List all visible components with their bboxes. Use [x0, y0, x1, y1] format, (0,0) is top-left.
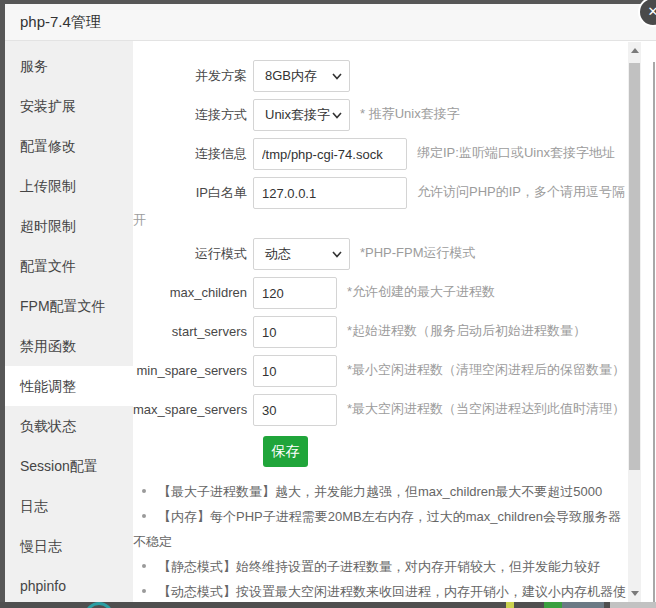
background-fragment — [610, 602, 656, 608]
field-label-ip-whitelist: IP白名单 — [133, 182, 247, 204]
dialog-titlebar: php-7.4管理 — [5, 4, 656, 41]
dialog-scrollbar[interactable] — [628, 42, 641, 602]
background-fragment — [562, 602, 604, 608]
form-row-connection-info: 连接信息绑定IP:监听端口或Uinx套接字地址 — [133, 138, 628, 170]
save-button[interactable]: 保存 — [263, 436, 308, 467]
help-notes: 【最大子进程数量】越大，并发能力越强，但max_children最大不要超过50… — [133, 479, 628, 602]
selected-value: 动态 — [265, 239, 291, 269]
sidebar-item-session-config[interactable]: Session配置 — [5, 446, 133, 486]
connection-type-select[interactable]: Unix套接字 — [253, 99, 350, 131]
php-manage-dialog: php-7.4管理 ✕ 服务安装扩展配置修改上传限制超时限制配置文件FPM配置文… — [5, 4, 656, 602]
scrollbar-thumb[interactable] — [629, 63, 640, 470]
field-hint-max_children: *允许创建的最大子进程数 — [347, 284, 495, 299]
field-hint-run-mode: *PHP-FPM运行模式 — [360, 245, 476, 260]
page-behind-bottom-edge — [0, 602, 656, 608]
page-behind-top-edge — [0, 0, 656, 4]
form-row-ip-whitelist: IP白名单允许访问PHP的IP，多个请用逗号隔开 — [133, 177, 628, 231]
sidebar-item-slow-log[interactable]: 慢日志 — [5, 526, 133, 566]
bullet-icon — [142, 564, 146, 568]
help-note: 【最大子进程数量】越大，并发能力越强，但max_children最大不要超过50… — [133, 479, 628, 504]
field-hint-max_spare_servers: *最大空闲进程数（当空闲进程达到此值时清理） — [347, 401, 625, 416]
run-mode-select[interactable]: 动态 — [253, 238, 350, 270]
field-label-connection-type: 连接方式 — [133, 104, 247, 126]
selected-value: Unix套接字 — [265, 100, 330, 130]
field-label-max_children: max_children — [133, 282, 247, 304]
help-note: 【静态模式】始终维持设置的子进程数量，对内存开销较大，但并发能力较好 — [133, 554, 628, 579]
help-note: 【内存】每个PHP子进程需要20MB左右内存，过大的max_children会导… — [133, 504, 628, 554]
sidebar-item-config-file[interactable]: 配置文件 — [5, 246, 133, 286]
sidebar-item-disabled-functions[interactable]: 禁用函数 — [5, 326, 133, 366]
ip-whitelist-input[interactable] — [253, 177, 407, 209]
sidebar-item-timeout-limit[interactable]: 超时限制 — [5, 206, 133, 246]
bullet-icon — [142, 514, 146, 518]
dialog-title: php-7.4管理 — [20, 13, 101, 30]
scrollbar-down-arrow-icon[interactable] — [628, 585, 641, 602]
field-label-concurrency-plan: 并发方案 — [133, 65, 247, 87]
form-row-start_servers: start_servers*起始进程数（服务启动后初始进程数量） — [133, 316, 628, 348]
field-label-min_spare_servers: min_spare_servers — [133, 360, 247, 382]
form-row-max_children: max_children*允许创建的最大子进程数 — [133, 277, 628, 309]
window-edge-line — [653, 62, 655, 602]
sidebar-item-upload-limit[interactable]: 上传限制 — [5, 166, 133, 206]
form-row-run-mode: 运行模式动态*PHP-FPM运行模式 — [133, 238, 628, 270]
field-hint-min_spare_servers: *最小空闲进程数（清理空闲进程后的保留数量） — [347, 362, 625, 377]
start_servers-input[interactable] — [253, 316, 337, 348]
field-label-connection-info: 连接信息 — [133, 143, 247, 165]
selected-value: 8GB内存 — [265, 61, 317, 91]
form-row-min_spare_servers: min_spare_servers*最小空闲进程数（清理空闲进程后的保留数量） — [133, 355, 628, 387]
field-hint-connection-type: * 推荐Unix套接字 — [360, 106, 460, 121]
min_spare_servers-input[interactable] — [253, 355, 337, 387]
sidebar-item-phpinfo[interactable]: phpinfo — [5, 566, 133, 602]
bullet-icon — [142, 589, 146, 593]
help-note: 【动态模式】按设置最大空闲进程数来收回进程，内存开销小，建议小内存机器使用 — [133, 579, 628, 602]
dialog-body: 服务安装扩展配置修改上传限制超时限制配置文件FPM配置文件禁用函数性能调整负载状… — [5, 41, 656, 602]
field-label-max_spare_servers: max_spare_servers — [133, 399, 247, 421]
fpm-settings-form: 并发方案8GB内存连接方式Unix套接字* 推荐Unix套接字连接信息绑定IP:… — [133, 60, 628, 426]
page-behind-left-edge — [0, 0, 5, 608]
background-fragment — [506, 602, 514, 608]
sidebar-item-config-edit[interactable]: 配置修改 — [5, 126, 133, 166]
field-label-start_servers: start_servers — [133, 321, 247, 343]
connection-info-input[interactable] — [253, 138, 407, 170]
field-label-run-mode: 运行模式 — [133, 243, 247, 265]
sidebar-item-performance-tuning[interactable]: 性能调整 — [5, 366, 133, 406]
concurrency-plan-select[interactable]: 8GB内存 — [253, 60, 350, 92]
field-hint-connection-info: 绑定IP:监听端口或Uinx套接字地址 — [417, 145, 615, 160]
sidebar-item-load-status[interactable]: 负载状态 — [5, 406, 133, 446]
form-row-concurrency-plan: 并发方案8GB内存 — [133, 60, 628, 92]
content-panel: 并发方案8GB内存连接方式Unix套接字* 推荐Unix套接字连接信息绑定IP:… — [133, 41, 656, 602]
form-row-connection-type: 连接方式Unix套接字* 推荐Unix套接字 — [133, 99, 628, 131]
sidebar-item-fpm-config-file[interactable]: FPM配置文件 — [5, 286, 133, 326]
sidebar-item-install-extensions[interactable]: 安装扩展 — [5, 86, 133, 126]
background-fragment — [544, 602, 562, 608]
max_spare_servers-input[interactable] — [253, 394, 337, 426]
bullet-icon — [142, 489, 146, 493]
sidebar-item-log[interactable]: 日志 — [5, 486, 133, 526]
sidebar-menu: 服务安装扩展配置修改上传限制超时限制配置文件FPM配置文件禁用函数性能调整负载状… — [5, 41, 133, 602]
background-logo-fragment — [85, 602, 113, 608]
max_children-input[interactable] — [253, 277, 337, 309]
field-hint-start_servers: *起始进程数（服务启动后初始进程数量） — [347, 323, 586, 338]
scrollbar-up-arrow-icon[interactable] — [628, 42, 641, 59]
sidebar-item-services[interactable]: 服务 — [5, 46, 133, 86]
content-inner: 并发方案8GB内存连接方式Unix套接字* 推荐Unix套接字连接信息绑定IP:… — [133, 60, 628, 602]
form-row-max_spare_servers: max_spare_servers*最大空闲进程数（当空闲进程达到此值时清理） — [133, 394, 628, 426]
